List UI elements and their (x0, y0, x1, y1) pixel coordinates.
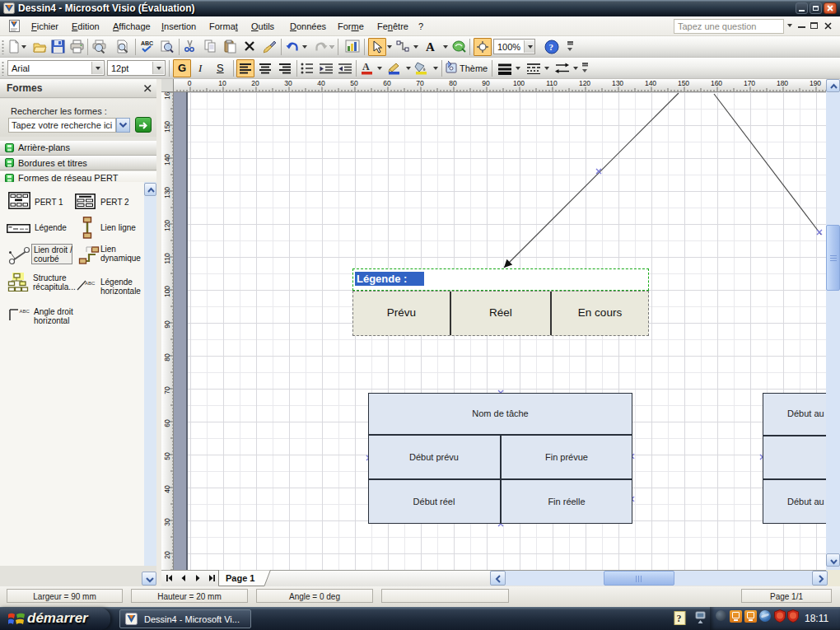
svg-text:120: 120 (579, 79, 590, 87)
svg-text:20: 20 (163, 551, 171, 559)
svg-text:10: 10 (218, 79, 226, 87)
svg-text:30: 30 (284, 79, 292, 87)
svg-text:160: 160 (711, 79, 722, 87)
svg-text:120: 120 (163, 220, 171, 231)
svg-text:160: 160 (163, 92, 171, 100)
svg-text:150: 150 (163, 121, 171, 133)
svg-text:A: A (362, 61, 370, 72)
svg-text:90: 90 (163, 320, 171, 329)
svg-text:50: 50 (350, 79, 358, 87)
svg-text:170: 170 (744, 79, 755, 87)
svg-text:80: 80 (163, 353, 171, 362)
svg-text:20: 20 (251, 79, 259, 87)
svg-text:190: 190 (810, 79, 821, 87)
svg-text:A: A (426, 40, 435, 54)
svg-text:60: 60 (163, 419, 171, 427)
svg-text:80: 80 (449, 79, 457, 87)
svg-text:150: 150 (678, 79, 689, 87)
svg-text:110: 110 (546, 79, 558, 87)
svg-text:?: ? (549, 42, 554, 52)
svg-text:70: 70 (163, 386, 171, 394)
svg-text:70: 70 (416, 79, 424, 87)
svg-text:ABC: ABC (85, 281, 96, 286)
svg-text:0: 0 (188, 79, 192, 87)
svg-text:50: 50 (163, 452, 171, 460)
svg-text:ABC: ABC (20, 309, 30, 314)
svg-text:130: 130 (612, 79, 623, 87)
svg-text:100: 100 (513, 79, 525, 87)
svg-text:130: 130 (163, 187, 171, 198)
svg-text:40: 40 (163, 485, 171, 493)
svg-text:140: 140 (163, 154, 171, 166)
svg-text:40: 40 (317, 79, 325, 87)
svg-text:140: 140 (645, 79, 656, 87)
svg-text:90: 90 (482, 79, 490, 87)
svg-text:30: 30 (163, 518, 171, 526)
svg-text:?: ? (677, 613, 682, 624)
svg-text:180: 180 (777, 79, 788, 87)
svg-text:100: 100 (163, 286, 171, 297)
svg-text:60: 60 (383, 79, 391, 87)
svg-text:ABC: ABC (141, 40, 153, 46)
svg-text:110: 110 (163, 253, 171, 264)
